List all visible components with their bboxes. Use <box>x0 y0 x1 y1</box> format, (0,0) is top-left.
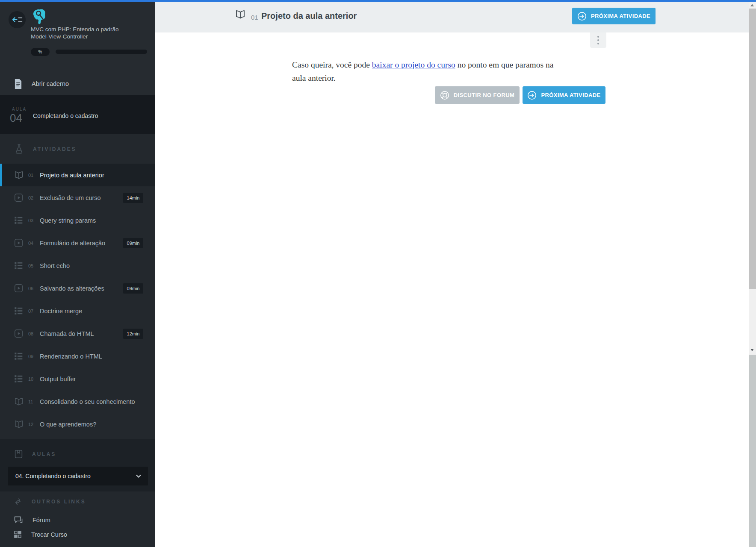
lessons-header-label: AULAS <box>32 451 56 457</box>
book-open-icon <box>14 171 24 180</box>
duration-badge: 14min <box>123 193 143 203</box>
exercise-paragraph: Caso queira, você pode baixar o projeto … <box>292 58 643 85</box>
video-icon <box>14 329 24 338</box>
activity-item-12[interactable]: 12 O que aprendemos? <box>0 413 155 435</box>
list-icon <box>14 306 24 315</box>
activities-header-label: ATIVIDADES <box>33 146 77 152</box>
flask-icon <box>15 144 24 154</box>
course-title-line2: Model-View-Controller <box>31 33 148 40</box>
main-content: 01 Projeto da aula anterior PRÓXIMA ATIV… <box>155 2 756 547</box>
lesson-select-dropdown[interactable]: 04. Completando o cadastro <box>8 467 148 485</box>
paragraph-text: no ponto em que paramos na <box>455 60 554 69</box>
open-notebook-label: Abrir caderno <box>32 80 69 87</box>
activities-section: ATIVIDADES 01 Projeto da aula anterior <box>0 134 155 439</box>
progress-percent-badge: % <box>31 48 50 56</box>
forum-chat-icon <box>14 516 23 524</box>
activity-item-05[interactable]: 05 Short echo <box>0 254 155 277</box>
activity-label: Output buffer <box>40 376 76 382</box>
paragraph-text: Caso queira, você pode <box>292 60 372 69</box>
scrollbar-thumb[interactable] <box>749 9 756 289</box>
activity-label: Doctrine merge <box>40 308 82 315</box>
activity-label: Short echo <box>40 262 70 269</box>
activity-number: 09 <box>28 354 36 359</box>
activity-label: Renderizando o HTML <box>40 353 102 360</box>
collapse-sidebar-button[interactable] <box>9 11 26 28</box>
activity-label: O que aprendemos? <box>40 421 96 428</box>
activity-number: 05 <box>28 263 36 268</box>
download-project-link[interactable]: baixar o projeto do curso <box>372 60 455 69</box>
activity-label: Formulário de alteração <box>40 240 105 247</box>
list-icon <box>14 374 24 383</box>
forum-link-label: Fórum <box>32 517 50 523</box>
activity-header-number: 01 <box>251 14 258 21</box>
activity-item-11[interactable]: 11 Consolidando o seu conhecimento <box>0 390 155 413</box>
activity-item-01[interactable]: 01 Projeto da aula anterior <box>0 164 155 186</box>
lessons-header: AULAS <box>14 450 56 459</box>
document-icon <box>14 79 22 89</box>
video-icon <box>14 193 24 202</box>
activity-number: 08 <box>28 331 36 336</box>
course-title: MVC com PHP: Entenda o padrão Model-View… <box>31 26 148 40</box>
activity-label: Projeto da aula anterior <box>40 172 104 179</box>
activity-number: 11 <box>28 399 36 404</box>
list-icon <box>14 216 24 225</box>
activity-header-bar: 01 Projeto da aula anterior PRÓXIMA ATIV… <box>155 2 756 32</box>
duration-badge: 09min <box>123 283 143 294</box>
change-course-link[interactable]: Trocar Curso <box>14 531 67 538</box>
activity-label: Consolidando o seu conhecimento <box>40 398 135 405</box>
activity-number: 02 <box>28 195 36 200</box>
activity-number: 12 <box>28 422 36 427</box>
activity-item-06[interactable]: 06 Salvando as alterações 09min <box>0 277 155 300</box>
activity-label: Chamada do HTML <box>40 330 94 337</box>
list-icon <box>14 352 24 361</box>
scrollbar-lower-region[interactable] <box>749 355 756 547</box>
activity-item-09[interactable]: 09 Renderizando o HTML <box>0 345 155 368</box>
discuss-forum-button[interactable]: DISCUTIR NO FORUM <box>435 86 520 104</box>
activities-header: ATIVIDADES <box>15 144 77 154</box>
kebab-menu-button[interactable] <box>590 32 606 48</box>
scroll-up-arrow-icon[interactable] <box>750 4 754 6</box>
activity-item-10[interactable]: 10 Output buffer <box>0 368 155 390</box>
paragraph-text: aula anterior. <box>292 74 336 82</box>
lesson-word-label: AULA <box>12 107 27 112</box>
video-icon <box>14 238 24 247</box>
current-lesson-banner: AULA 04 Completando o cadastro <box>0 95 155 134</box>
link-icon <box>13 497 23 506</box>
video-icon <box>14 284 24 293</box>
arrow-circle-right-icon <box>577 12 587 21</box>
activity-header-title: Projeto da aula anterior <box>261 11 357 21</box>
progress-bar <box>56 50 147 54</box>
course-sidebar: MVC com PHP: Entenda o padrão Model-View… <box>0 0 155 547</box>
duration-badge: 12min <box>123 329 143 339</box>
other-links-header-label: OUTROS LINKS <box>32 499 86 505</box>
book-open-icon <box>14 420 24 429</box>
activity-item-08[interactable]: 08 Chamada do HTML 12min <box>0 322 155 345</box>
book-open-icon <box>14 397 24 406</box>
activity-label: Query string params <box>40 217 96 224</box>
lifering-icon <box>440 91 449 100</box>
activity-item-02[interactable]: 02 Exclusão de um curso 14min <box>0 186 155 209</box>
next-activity-button-label: PRÓXIMA ATIVIDADE <box>541 92 600 98</box>
change-course-link-label: Trocar Curso <box>31 531 67 538</box>
activity-item-04[interactable]: 04 Formulário de alteração 09min <box>0 232 155 254</box>
activity-number: 04 <box>28 241 36 246</box>
forum-link[interactable]: Fórum <box>14 516 50 524</box>
book-open-icon <box>235 9 245 20</box>
lesson-title: Completando o cadastro <box>33 112 98 119</box>
course-title-line1: MVC com PHP: Entenda o padrão <box>31 26 148 33</box>
activity-number: 01 <box>28 173 36 178</box>
activity-item-07[interactable]: 07 Doctrine merge <box>0 300 155 322</box>
activity-number: 10 <box>28 376 36 382</box>
vertical-scrollbar[interactable] <box>749 2 756 547</box>
scroll-down-arrow-icon[interactable] <box>750 349 754 351</box>
duration-badge: 09min <box>123 238 143 248</box>
next-activity-button[interactable]: PRÓXIMA ATIVIDADE <box>523 86 605 104</box>
discuss-forum-button-label: DISCUTIR NO FORUM <box>454 92 515 98</box>
list-icon <box>14 261 24 270</box>
arrow-circle-right-icon <box>527 91 537 100</box>
other-links-section: OUTROS LINKS Fórum Trocar Curso <box>0 491 155 547</box>
course-logo[interactable] <box>30 7 48 26</box>
activity-item-03[interactable]: 03 Query string params <box>0 209 155 232</box>
open-notebook-button[interactable]: Abrir caderno <box>0 73 155 95</box>
next-activity-button-top[interactable]: PRÓXIMA ATIVIDADE <box>572 8 656 24</box>
